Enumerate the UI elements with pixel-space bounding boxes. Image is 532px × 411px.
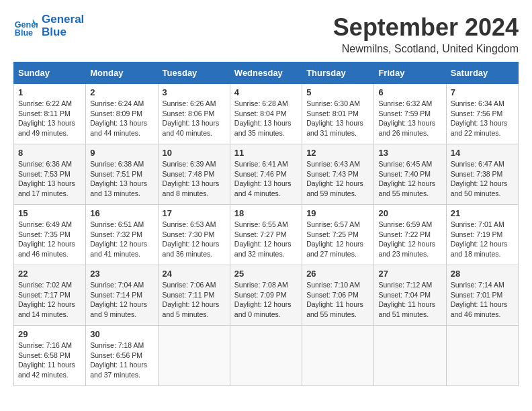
calendar-cell: 8Sunrise: 6:36 AMSunset: 7:53 PMDaylight…: [14, 144, 86, 205]
day-number: 9: [90, 148, 153, 158]
day-info: Sunrise: 6:51 AMSunset: 7:32 PMDaylight:…: [90, 220, 153, 259]
calendar-cell: 22Sunrise: 7:02 AMSunset: 7:17 PMDayligh…: [14, 265, 86, 326]
day-number: 21: [451, 208, 514, 218]
day-info: Sunrise: 6:47 AMSunset: 7:38 PMDaylight:…: [451, 159, 514, 199]
day-number: 12: [306, 148, 369, 158]
calendar-cell: 9Sunrise: 6:38 AMSunset: 7:51 PMDaylight…: [86, 144, 158, 205]
calendar-cell: 17Sunrise: 6:53 AMSunset: 7:30 PMDayligh…: [158, 205, 230, 265]
day-info: Sunrise: 6:36 AMSunset: 7:53 PMDaylight:…: [18, 159, 81, 199]
calendar-cell: 26Sunrise: 7:10 AMSunset: 7:06 PMDayligh…: [302, 265, 374, 326]
day-info: Sunrise: 7:01 AMSunset: 7:19 PMDaylight:…: [451, 220, 514, 259]
day-number: 10: [163, 148, 226, 158]
day-number: 6: [378, 87, 441, 97]
calendar-cell: 2Sunrise: 6:24 AMSunset: 8:09 PMDaylight…: [86, 84, 158, 144]
day-info: Sunrise: 7:08 AMSunset: 7:09 PMDaylight:…: [234, 280, 298, 320]
day-number: 4: [234, 87, 298, 97]
calendar-cell: 10Sunrise: 6:39 AMSunset: 7:48 PMDayligh…: [158, 144, 230, 205]
day-number: 15: [18, 208, 81, 218]
day-number: 30: [90, 329, 153, 339]
calendar-cell: 30Sunrise: 7:18 AMSunset: 6:56 PMDayligh…: [86, 326, 158, 386]
calendar-cell: 12Sunrise: 6:43 AMSunset: 7:43 PMDayligh…: [302, 144, 374, 205]
page-header: General Blue General Blue September 2024…: [13, 13, 519, 55]
day-info: Sunrise: 7:16 AMSunset: 6:58 PMDaylight:…: [18, 340, 81, 380]
day-info: Sunrise: 6:34 AMSunset: 7:56 PMDaylight:…: [451, 99, 514, 138]
day-info: Sunrise: 6:22 AMSunset: 8:11 PMDaylight:…: [18, 99, 81, 138]
calendar-week-2: 8Sunrise: 6:36 AMSunset: 7:53 PMDaylight…: [14, 144, 519, 205]
day-info: Sunrise: 7:12 AMSunset: 7:04 PMDaylight:…: [378, 280, 441, 320]
day-number: 14: [451, 148, 514, 158]
title-block: September 2024 Newmilns, Scotland, Unite…: [333, 13, 519, 55]
calendar-cell: 18Sunrise: 6:55 AMSunset: 7:27 PMDayligh…: [230, 205, 302, 265]
day-info: Sunrise: 6:41 AMSunset: 7:46 PMDaylight:…: [234, 159, 298, 199]
day-number: 17: [163, 208, 226, 218]
day-info: Sunrise: 7:04 AMSunset: 7:14 PMDaylight:…: [90, 280, 153, 320]
calendar-cell: 29Sunrise: 7:16 AMSunset: 6:58 PMDayligh…: [14, 326, 86, 386]
day-info: Sunrise: 7:14 AMSunset: 7:01 PMDaylight:…: [451, 280, 514, 320]
calendar-week-1: 1Sunrise: 6:22 AMSunset: 8:11 PMDaylight…: [14, 84, 519, 144]
day-info: Sunrise: 6:59 AMSunset: 7:22 PMDaylight:…: [378, 220, 441, 259]
calendar-cell: 14Sunrise: 6:47 AMSunset: 7:38 PMDayligh…: [446, 144, 518, 205]
day-number: 11: [234, 148, 298, 158]
day-info: Sunrise: 6:53 AMSunset: 7:30 PMDaylight:…: [163, 220, 226, 259]
calendar-cell: 21Sunrise: 7:01 AMSunset: 7:19 PMDayligh…: [446, 205, 518, 265]
day-info: Sunrise: 7:02 AMSunset: 7:17 PMDaylight:…: [18, 280, 81, 320]
day-info: Sunrise: 6:57 AMSunset: 7:25 PMDaylight:…: [306, 220, 369, 259]
calendar-cell: 4Sunrise: 6:28 AMSunset: 8:04 PMDaylight…: [230, 84, 302, 144]
logo: General Blue General Blue: [13, 13, 84, 38]
day-info: Sunrise: 6:28 AMSunset: 8:04 PMDaylight:…: [234, 99, 298, 138]
weekday-header-thursday: Thursday: [302, 62, 374, 84]
day-number: 24: [163, 269, 226, 279]
calendar-cell: 7Sunrise: 6:34 AMSunset: 7:56 PMDaylight…: [446, 84, 518, 144]
calendar-cell: 25Sunrise: 7:08 AMSunset: 7:09 PMDayligh…: [230, 265, 302, 326]
day-number: 22: [18, 269, 81, 279]
day-number: 1: [18, 87, 81, 97]
day-number: 27: [378, 269, 441, 279]
calendar-cell: 3Sunrise: 6:26 AMSunset: 8:06 PMDaylight…: [158, 84, 230, 144]
day-number: 7: [451, 87, 514, 97]
logo-icon: General Blue: [13, 14, 38, 38]
calendar-week-3: 15Sunrise: 6:49 AMSunset: 7:35 PMDayligh…: [14, 205, 519, 265]
calendar-cell: [374, 326, 446, 386]
calendar-cell: 24Sunrise: 7:06 AMSunset: 7:11 PMDayligh…: [158, 265, 230, 326]
calendar-cell: 13Sunrise: 6:45 AMSunset: 7:40 PMDayligh…: [374, 144, 446, 205]
day-info: Sunrise: 6:38 AMSunset: 7:51 PMDaylight:…: [90, 159, 153, 199]
day-info: Sunrise: 6:55 AMSunset: 7:27 PMDaylight:…: [234, 220, 298, 259]
day-info: Sunrise: 6:49 AMSunset: 7:35 PMDaylight:…: [18, 220, 81, 259]
calendar-cell: 6Sunrise: 6:32 AMSunset: 7:59 PMDaylight…: [374, 84, 446, 144]
calendar-cell: [230, 326, 302, 386]
logo-blue: Blue: [42, 26, 84, 39]
day-number: 29: [18, 329, 81, 339]
day-number: 25: [234, 269, 298, 279]
day-info: Sunrise: 6:24 AMSunset: 8:09 PMDaylight:…: [90, 99, 153, 138]
day-info: Sunrise: 7:18 AMSunset: 6:56 PMDaylight:…: [90, 340, 153, 380]
day-info: Sunrise: 6:43 AMSunset: 7:43 PMDaylight:…: [306, 159, 369, 199]
day-number: 23: [90, 269, 153, 279]
day-number: 20: [378, 208, 441, 218]
day-info: Sunrise: 6:32 AMSunset: 7:59 PMDaylight:…: [378, 99, 441, 138]
month-title: September 2024: [333, 13, 519, 42]
calendar-cell: 16Sunrise: 6:51 AMSunset: 7:32 PMDayligh…: [86, 205, 158, 265]
calendar-cell: [158, 326, 230, 386]
calendar-cell: 28Sunrise: 7:14 AMSunset: 7:01 PMDayligh…: [446, 265, 518, 326]
logo-general: General: [42, 13, 84, 26]
weekday-header-sunday: Sunday: [14, 62, 86, 84]
day-number: 13: [378, 148, 441, 158]
weekday-header-tuesday: Tuesday: [158, 62, 230, 84]
weekday-header-saturday: Saturday: [446, 62, 518, 84]
day-info: Sunrise: 6:26 AMSunset: 8:06 PMDaylight:…: [163, 99, 226, 138]
day-number: 18: [234, 208, 298, 218]
calendar-cell: 27Sunrise: 7:12 AMSunset: 7:04 PMDayligh…: [374, 265, 446, 326]
calendar-week-5: 29Sunrise: 7:16 AMSunset: 6:58 PMDayligh…: [14, 326, 519, 386]
calendar-cell: 5Sunrise: 6:30 AMSunset: 8:01 PMDaylight…: [302, 84, 374, 144]
calendar-cell: [302, 326, 374, 386]
calendar-cell: 23Sunrise: 7:04 AMSunset: 7:14 PMDayligh…: [86, 265, 158, 326]
day-number: 8: [18, 148, 81, 158]
calendar-week-4: 22Sunrise: 7:02 AMSunset: 7:17 PMDayligh…: [14, 265, 519, 326]
day-info: Sunrise: 6:39 AMSunset: 7:48 PMDaylight:…: [163, 159, 226, 199]
weekday-header-friday: Friday: [374, 62, 446, 84]
day-number: 2: [90, 87, 153, 97]
svg-text:Blue: Blue: [15, 28, 33, 38]
calendar-cell: 15Sunrise: 6:49 AMSunset: 7:35 PMDayligh…: [14, 205, 86, 265]
day-info: Sunrise: 7:06 AMSunset: 7:11 PMDaylight:…: [163, 280, 226, 320]
day-number: 3: [163, 87, 226, 97]
